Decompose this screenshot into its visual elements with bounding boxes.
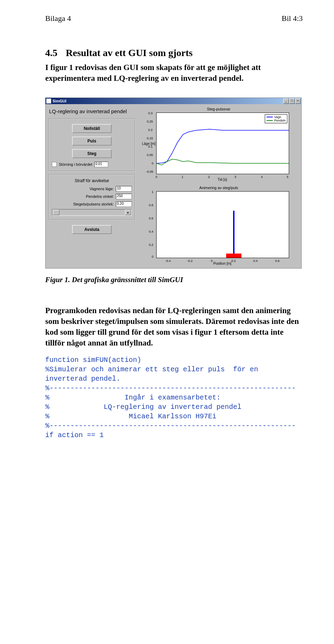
plot1-xtick: 5 <box>287 175 288 179</box>
plot2-ytick: 0.8 <box>149 203 153 207</box>
step-response-plot: Läge [m] 0.3 0.25 0.2 0.15 0.1 0.05 0 -0… <box>156 112 289 174</box>
plot1-svg <box>157 113 289 174</box>
plot1-xtick: 4 <box>261 175 263 179</box>
plot2-xtick: -0.2 <box>187 259 193 263</box>
app-icon <box>46 99 51 103</box>
plot2-xtick: 0.4 <box>253 259 258 263</box>
plot2-ytick: 0.2 <box>149 243 153 247</box>
vagn-curve <box>157 129 289 163</box>
minimize-button[interactable]: _ <box>283 99 289 104</box>
plot2-ytick: 1 <box>152 190 153 194</box>
figure-caption: Figur 1. Det grafiska gränssnittet till … <box>45 276 303 284</box>
plot1-ytick: -0.05 <box>146 170 153 173</box>
stegsize-label: Stegets/pulsens storlek: <box>52 202 114 206</box>
titlebar: SimGUI _ □ × <box>46 98 301 104</box>
pendeln-curve <box>157 159 289 165</box>
vagn-value[interactable]: 10 <box>116 186 132 192</box>
plot1-xlabel: Tid [s] <box>156 178 288 181</box>
pendel-value[interactable]: 250 <box>116 194 132 199</box>
pendel-label: Pendelns vinkel: <box>52 194 114 199</box>
plot2-xlabel: Position [m] <box>156 262 288 265</box>
plot1-ytick: 0 <box>152 162 153 165</box>
plot1-ytick: 0.1 <box>148 145 153 148</box>
plot2-ytick: 0 <box>152 255 153 258</box>
section-number: 4.5 <box>45 47 57 58</box>
slider-arrow-right-icon[interactable]: ▸ <box>125 210 131 215</box>
stegsize-value[interactable]: 0.20 <box>116 201 132 207</box>
header-right: Bil 4:3 <box>281 14 303 23</box>
plot1-title: Steg-pulssvar <box>139 107 299 111</box>
steg-button[interactable]: Steg <box>72 149 112 158</box>
plot2-xtick: -0.4 <box>165 259 171 263</box>
plot1-xtick: 2 <box>208 175 210 179</box>
avsluta-button[interactable]: Avsluta <box>72 225 112 234</box>
puls-button[interactable]: Puls <box>72 137 112 146</box>
code-listing: function simFUN(action) %Simulerar och a… <box>45 355 303 440</box>
nollstall-button[interactable]: Nollställ <box>72 124 112 133</box>
penalty-panel: Straff för avvikelse Vagnens läge: 10 Pe… <box>48 174 135 220</box>
section-heading: 4.5Resultat av ett GUI som gjorts <box>45 47 303 59</box>
pendulum-cart <box>226 254 241 258</box>
intro-paragraph: I figur 1 redovisas den GUI som skapats … <box>45 62 303 84</box>
slider-thumb[interactable] <box>53 210 59 215</box>
plot1-xtick: 1 <box>182 175 183 179</box>
plot1-xtick: 0 <box>156 175 157 179</box>
plot1-xtick: 3 <box>234 175 236 179</box>
control-panel: Nollställ Puls Steg Störning i börvärdet… <box>48 118 135 171</box>
section-title: Resultat av ett GUI som gjorts <box>66 47 193 58</box>
close-button[interactable]: × <box>295 99 301 104</box>
maximize-button[interactable]: □ <box>289 99 295 104</box>
disturbance-value[interactable]: 0.01 <box>94 162 108 167</box>
plot1-ytick: 0.3 <box>148 111 153 115</box>
plot2-ytick: 0.6 <box>149 217 153 220</box>
plot2-xtick: 0.2 <box>231 259 236 263</box>
plot2-title: Animering av steg/puls <box>139 186 299 190</box>
header-left: Bilaga 4 <box>45 14 71 23</box>
plot2-ytick: 0.4 <box>149 230 153 233</box>
simgui-window: SimGUI _ □ × LQ-reglering av inverterad … <box>45 98 302 269</box>
stegsize-slider[interactable]: ▸ <box>52 209 132 216</box>
plot1-ytick: 0.25 <box>147 120 153 123</box>
plot1-ytick: 0.2 <box>148 128 153 132</box>
penalty-title: Straff för avvikelse <box>52 178 132 183</box>
body-paragraph: Programkoden redovisas nedan för LQ-regl… <box>45 305 303 348</box>
plot2-svg <box>157 192 289 258</box>
gui-main-title: LQ-reglering av inverterad pendel <box>49 108 135 114</box>
plot2-xtick: 0 <box>211 259 213 263</box>
animation-plot: 1 0.8 0.6 0.4 0.2 0 -0.4 -0.2 0 0.2 0.4 … <box>156 191 289 258</box>
plot1-ytick: 0.05 <box>147 153 153 157</box>
plot2-xtick: 0.6 <box>275 259 280 263</box>
vagn-label: Vagnens läge: <box>52 187 114 191</box>
plot1-ytick: 0.15 <box>147 137 153 140</box>
disturbance-checkbox[interactable] <box>52 162 57 167</box>
disturbance-label: Störning i börvärdet <box>59 162 92 166</box>
window-title: SimGUI <box>53 99 283 103</box>
